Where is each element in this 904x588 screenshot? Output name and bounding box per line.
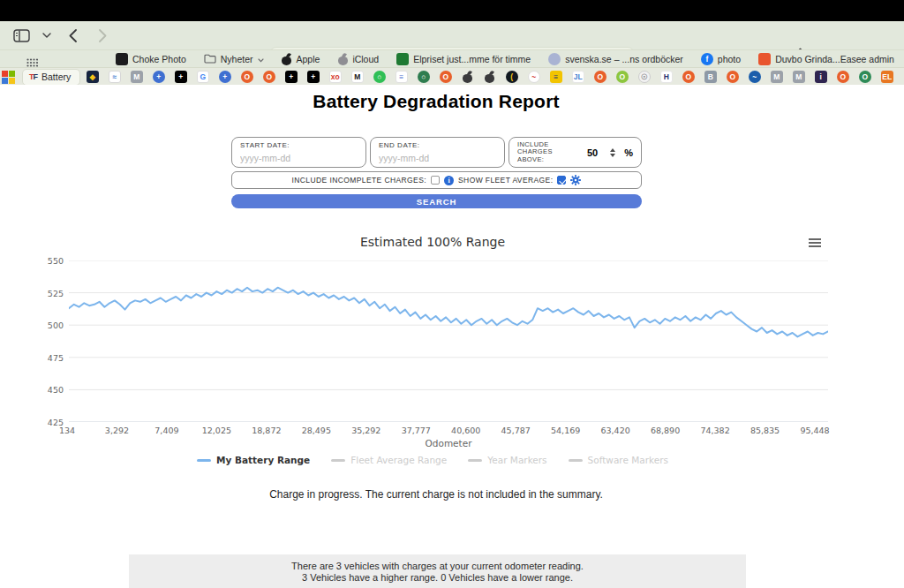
- favorites-item-label: iCloud: [352, 54, 379, 64]
- pinned-tab[interactable]: O: [439, 71, 452, 84]
- pinned-tab[interactable]: EL: [880, 71, 893, 84]
- pinned-tab[interactable]: O: [682, 71, 695, 84]
- include-charges-label: INCLUDE CHARGES ABOVE:: [517, 141, 584, 164]
- sidebar-chevron-down-icon[interactable]: [41, 26, 53, 45]
- favorites-item[interactable]: Elpriset just...mme för timme: [396, 53, 531, 65]
- pinned-tab[interactable]: +: [218, 71, 231, 84]
- pinned-tab[interactable]: JL: [571, 71, 584, 84]
- sidebar-toggle-button[interactable]: [11, 26, 32, 45]
- pinned-tab[interactable]: +: [284, 71, 298, 84]
- pinned-tab[interactable]: O: [262, 71, 275, 84]
- pinned-tab[interactable]: M: [770, 71, 783, 84]
- apple-tab: [463, 71, 473, 83]
- pinned-tab[interactable]: +: [174, 71, 187, 84]
- husqvarna-tab[interactable]: H: [659, 71, 673, 84]
- menu-bar-strip: [0, 0, 904, 21]
- pinned-tab[interactable]: O: [726, 71, 739, 84]
- pinned-tab: ≡: [396, 71, 408, 83]
- info-icon[interactable]: i: [444, 176, 454, 185]
- favorites-item[interactable]: Nyheter: [204, 54, 264, 65]
- pinned-tab: +: [153, 71, 165, 83]
- apple-tab[interactable]: [483, 71, 496, 84]
- pinned-tab[interactable]: ~: [527, 71, 540, 84]
- start-date-input[interactable]: [240, 153, 358, 163]
- apple-icon: [282, 53, 292, 65]
- legend-label: Year Markers: [487, 455, 546, 465]
- summary-line-1: There are 3 vehicles with charges at you…: [129, 561, 746, 572]
- pinned-tab[interactable]: ≡: [395, 71, 408, 84]
- legend-item[interactable]: My Battery Range: [197, 455, 310, 465]
- favorites-item-label: svenska.se – ...ns ordböcker: [565, 54, 683, 64]
- pinned-tab[interactable]: O: [593, 71, 606, 84]
- pinned-tab[interactable]: O: [836, 71, 849, 84]
- back-button[interactable]: [62, 26, 83, 45]
- pinned-tab[interactable]: B: [704, 71, 717, 84]
- report-form: START DATE: END DATE: INCLUDE CHARGES AB…: [231, 137, 642, 208]
- favorites-item[interactable]: svenska.se – ...ns ordböcker: [548, 53, 683, 65]
- end-date-input[interactable]: [379, 153, 496, 163]
- pinned-tab[interactable]: xo: [328, 71, 342, 84]
- apple-tab: [485, 71, 495, 83]
- whatsapp-tab[interactable]: ○: [373, 71, 386, 84]
- show-fleet-average-checkbox[interactable]: [557, 176, 566, 185]
- pinned-tab: ○: [418, 71, 430, 83]
- charges-above-value[interactable]: 50: [587, 147, 598, 158]
- search-button[interactable]: SEARCH: [231, 194, 642, 208]
- quantity-stepper[interactable]: [610, 148, 615, 157]
- x-axis-tick-label: 74,382: [700, 426, 729, 435]
- start-page-icon[interactable]: [2, 71, 15, 84]
- forward-button[interactable]: [92, 26, 113, 45]
- start-date-box: START DATE:: [231, 137, 366, 168]
- pinned-tab[interactable]: M: [350, 71, 364, 84]
- y-axis-tick-label: 500: [35, 320, 64, 330]
- favorites-item[interactable]: iCloud: [337, 53, 379, 65]
- y-axis-tick-label: 450: [35, 385, 64, 395]
- pinned-tab[interactable]: M: [130, 71, 143, 84]
- pinned-tab[interactable]: M: [792, 71, 805, 84]
- active-tab-label: Battery: [41, 72, 71, 82]
- lightbulb-tab[interactable]: ☉: [637, 71, 651, 84]
- include-incomplete-checkbox[interactable]: [431, 176, 440, 185]
- pinned-tab: O: [241, 71, 253, 83]
- pinned-tab[interactable]: i: [814, 71, 827, 84]
- pinned-tab[interactable]: (: [505, 71, 518, 84]
- gear-icon[interactable]: [570, 175, 581, 185]
- page-content: Battery Degradation Report START DATE: E…: [0, 85, 904, 588]
- screen: teslafi.com + Choke: [0, 0, 904, 588]
- pinned-tab[interactable]: ≡: [549, 71, 562, 84]
- favorites-item[interactable]: Apple: [282, 53, 320, 65]
- pinned-tab[interactable]: O: [615, 71, 629, 84]
- favorites-bar: Choke PhotoNyheterAppleiCloudElpriset ju…: [0, 49, 904, 68]
- pinned-tab: O: [263, 71, 275, 83]
- legend-item[interactable]: Fleet Average Range: [331, 455, 447, 465]
- pinned-tab[interactable]: +: [152, 71, 165, 84]
- pinned-tab[interactable]: ≈: [108, 71, 121, 84]
- pinned-tab[interactable]: ~: [748, 71, 761, 84]
- legend-item[interactable]: Software Markers: [569, 455, 668, 465]
- pinned-tab: O: [440, 71, 452, 83]
- easee-icon: [758, 53, 771, 65]
- legend-item[interactable]: Year Markers: [468, 455, 546, 465]
- pinned-tab[interactable]: +: [306, 71, 320, 84]
- pinned-tabs: ◆≈M++G+OO++xoM○≡○O(~≡JLOO☉HOBO~MMiOOELC: [86, 71, 904, 84]
- chart-menu-icon[interactable]: [809, 238, 821, 249]
- summary-box: There are 3 vehicles with charges at you…: [129, 554, 746, 588]
- pinned-tab: +: [285, 71, 298, 83]
- x-axis-tick-label: 28,495: [302, 426, 331, 435]
- apple-tab[interactable]: [461, 71, 474, 84]
- husqvarna-tab: H: [660, 71, 673, 83]
- google-tab[interactable]: G: [196, 71, 209, 84]
- pinned-tab[interactable]: ○: [417, 71, 430, 84]
- favorites-item-label: Apple: [297, 54, 320, 64]
- x-axis-tick-label: 3,292: [105, 426, 129, 435]
- favorites-item[interactable]: fphoto: [701, 53, 741, 65]
- favorites-item[interactable]: Duvbo Grinda...Easee admin: [758, 53, 894, 65]
- pinned-tab[interactable]: O: [858, 71, 871, 84]
- favorites-item[interactable]: Choke Photo: [116, 53, 186, 65]
- chart-title: Estimated 100% Range: [35, 235, 830, 249]
- pinned-tab[interactable]: O: [240, 71, 253, 84]
- pinned-tab[interactable]: ◆: [86, 71, 99, 84]
- favorites-item-label: Choke Photo: [132, 54, 186, 64]
- legend-swatch: [197, 459, 211, 462]
- active-tab-battery[interactable]: TF Battery: [22, 69, 80, 86]
